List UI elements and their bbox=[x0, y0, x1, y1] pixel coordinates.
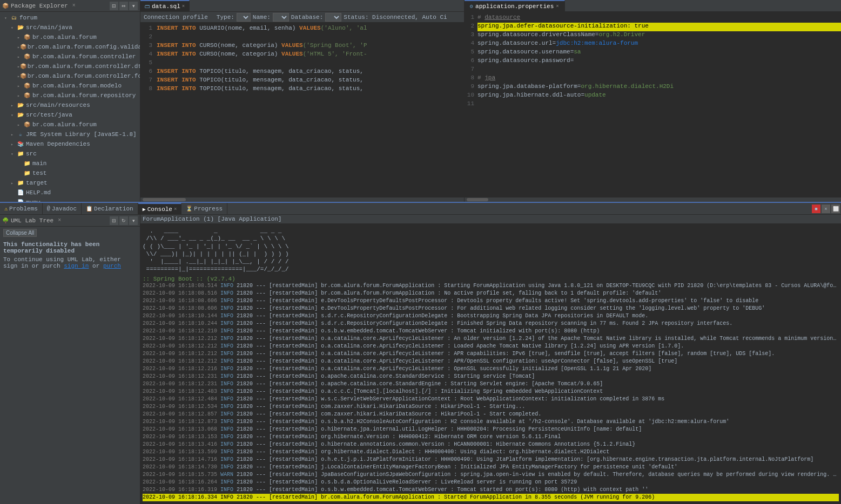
package-icon-3: 📦 bbox=[23, 52, 31, 61]
prop-line-10: 10 spring.jpa.hibernate.ddl-auto=update bbox=[465, 92, 841, 100]
prop-line-9: 9 spring.jpa.database-platform=org.hiber… bbox=[465, 83, 841, 92]
type-label: Type: bbox=[217, 14, 234, 21]
tree-item-jre[interactable]: ▸ ☕ JRE System Library [JavaSE-1.8] bbox=[0, 130, 140, 139]
progress-icon: ⏳ bbox=[186, 206, 192, 212]
log-line: 2022-10-09 16:18:10.244 INFO 21820 --- [… bbox=[143, 320, 839, 328]
tree-item-src-folder[interactable]: ▾ 📁 src bbox=[0, 149, 140, 159]
tree-item-help[interactable]: 📄 HELP.md bbox=[0, 188, 140, 197]
connection-profile-label: Connection profile bbox=[144, 14, 208, 21]
terminate-btn[interactable]: ■ bbox=[812, 205, 820, 213]
collapse-all-btn[interactable]: ⊟ bbox=[110, 2, 118, 10]
tree-item-mvnw[interactable]: 📄 mvnw bbox=[0, 197, 140, 202]
src-test-icon: 📂 bbox=[16, 111, 25, 119]
uml-header: 🌳 UML Lab Tree × ⊟ ↻ ▾ bbox=[0, 215, 140, 227]
uml-btn1[interactable]: ⊟ bbox=[110, 216, 118, 225]
uml-title: 🌳 UML Lab Tree × bbox=[2, 217, 61, 224]
prop-line-5: 5 spring.datasource.username=sa bbox=[465, 49, 841, 57]
tree-item-test-folder[interactable]: 📁 test bbox=[0, 168, 140, 178]
sql-tab-label: data.sql bbox=[152, 3, 180, 10]
tree-item-pkg7[interactable]: ▸ 📦 br.com.alura.forum.repository bbox=[0, 91, 140, 100]
tab-console[interactable]: ▶ Console × bbox=[138, 203, 182, 214]
code-line-4: 4 INSERT INTO CURSO(nome, categoria) VAL… bbox=[140, 51, 464, 59]
console-icon: ▶ bbox=[143, 206, 146, 213]
spring-banner: . ____ _ __ _ _ /\\ / ___'_ __ _ _(_)_ _… bbox=[143, 225, 839, 276]
name-label: Name: bbox=[253, 14, 271, 21]
tree-item-pkg2[interactable]: ▸ 📦 br.com.alura.forum.config.validacao bbox=[0, 42, 140, 52]
uml-collapse-btn[interactable]: Collapse All bbox=[3, 229, 37, 237]
props-tab-bar: ⚙ application.properties × bbox=[465, 0, 841, 12]
tab-progress[interactable]: ⏳ Progress bbox=[181, 203, 227, 214]
tab-declaration[interactable]: 📋 Declaration bbox=[82, 203, 138, 214]
prop-line-7: 7 bbox=[465, 66, 841, 74]
maximize-console-btn[interactable]: ⬜ bbox=[831, 205, 840, 213]
tab-problems[interactable]: ⚠ Problems bbox=[0, 203, 43, 214]
log-line: 2022-10-09 16:18:10.144 INFO 21820 --- [… bbox=[143, 312, 839, 320]
sql-tab-close[interactable]: × bbox=[182, 4, 185, 9]
close-console-btn[interactable]: × bbox=[822, 205, 830, 213]
tree-item-maven[interactable]: ▸ 📚 Maven Dependencies bbox=[0, 139, 140, 149]
tree-item-pkg-test[interactable]: ▸ 📦 br.com.alura.forum bbox=[0, 120, 140, 130]
package-icon-6: 📦 bbox=[23, 81, 31, 90]
package-explorer-close[interactable]: × bbox=[72, 3, 76, 9]
test-folder-icon: 📁 bbox=[23, 169, 31, 178]
database-select[interactable] bbox=[325, 13, 341, 22]
src-folder-plain-icon: 📁 bbox=[16, 149, 25, 158]
tree-item-forum[interactable]: ▾ 🗂 forum bbox=[0, 13, 140, 23]
log-line: 2022-10-09 16:18:12.210 INFO 21820 --- [… bbox=[143, 328, 839, 335]
console-tab-close[interactable]: × bbox=[174, 207, 177, 212]
tree-item-pkg6[interactable]: ▸ 📦 br.com.alura.forum.modelo bbox=[0, 81, 140, 91]
package-icon-test: 📦 bbox=[23, 120, 31, 129]
props-code-editor[interactable]: 1 # datasource 2 spring.jpa.defer-dataso… bbox=[465, 12, 841, 197]
prop-line-6: 6 spring.datasource.password= bbox=[465, 57, 841, 66]
props-tab-close[interactable]: × bbox=[556, 4, 559, 9]
tree-item-src-test[interactable]: ▾ 📂 src/test/java bbox=[0, 110, 140, 120]
package-explorer-panel: 📦 Package Explorer × ⊟ ⇔ ▾ ▾ 🗂 forum bbox=[0, 0, 140, 202]
props-scrollbar[interactable] bbox=[465, 197, 841, 202]
log-line: 2022-10-09 16:18:12.857 INFO 21820 --- [… bbox=[143, 411, 839, 418]
target-icon: 📁 bbox=[16, 179, 25, 187]
name-select[interactable] bbox=[273, 13, 289, 22]
tree-item-pkg5[interactable]: ▸ 📦 br.com.alura.forum.controller.form bbox=[0, 71, 140, 81]
log-line: 2022-10-09 16:18:12.231 INFO 21820 --- [… bbox=[143, 380, 839, 388]
src-folder-icon: 📂 bbox=[16, 23, 25, 32]
uml-signin-link[interactable]: sign in bbox=[64, 263, 89, 269]
package-icon-7: 📦 bbox=[23, 91, 31, 100]
console-controls: ■ × ⬜ bbox=[811, 203, 841, 214]
code-line-1: 1 INSERT INTO USUARIO(nome, email, senha… bbox=[140, 25, 464, 33]
uml-panel: 🌳 UML Lab Tree × ⊟ ↻ ▾ Collapse All This… bbox=[0, 215, 140, 504]
log-line: 2022-10-09 16:18:13.416 INFO 21820 --- [… bbox=[143, 441, 839, 448]
sql-scrollbar[interactable] bbox=[140, 197, 464, 202]
package-icon-2: 📦 bbox=[20, 43, 26, 51]
tree-item-pkg3[interactable]: ▸ 📦 br.com.alura.forum.controller bbox=[0, 52, 140, 62]
uml-purchase-link[interactable]: purch bbox=[103, 263, 121, 269]
sql-code-editor[interactable]: 1 INSERT INTO USUARIO(nome, email, senha… bbox=[140, 23, 464, 197]
app-title-line: ForumApplication (1) [Java Application] bbox=[140, 215, 841, 224]
log-line: 2022-10-09 16:18:16.264 INFO 21820 --- [… bbox=[143, 479, 839, 486]
uml-close[interactable]: × bbox=[58, 217, 61, 223]
props-tab-label: application.properties bbox=[475, 3, 554, 10]
tree-item-pkg4[interactable]: ▸ 📦 br.com.alura.forum.controller.dto bbox=[0, 62, 140, 71]
log-line: 2022-10-09 16:18:12.212 INFO 21820 --- [… bbox=[143, 350, 839, 358]
console-output[interactable]: . ____ _ __ _ _ /\\ / ___'_ __ _ _(_)_ _… bbox=[140, 224, 841, 504]
uml-btn3[interactable]: ▾ bbox=[129, 216, 138, 225]
tree-item-main-folder[interactable]: 📁 main bbox=[0, 159, 140, 168]
javadoc-icon: @ bbox=[47, 206, 50, 212]
props-tab[interactable]: ⚙ application.properties × bbox=[465, 0, 565, 11]
uml-btn2[interactable]: ↻ bbox=[119, 216, 128, 225]
uml-disabled-title: This functionality has been temporarily … bbox=[3, 241, 137, 254]
tab-javadoc[interactable]: @ Javadoc bbox=[43, 203, 82, 214]
package-tree: ▾ 🗂 forum ▾ 📂 src/main/java ▸ 📦 br.com.a… bbox=[0, 12, 140, 202]
bottom-panels: ⚠ Problems @ Javadoc 📋 Declaration ▶ Con… bbox=[0, 202, 841, 504]
tree-item-src-main-res[interactable]: ▸ 📂 src/main/resources bbox=[0, 100, 140, 110]
package-explorer-title: 📦 Package Explorer × bbox=[2, 3, 76, 9]
tree-item-pkg1[interactable]: ▸ 📦 br.com.alura.forum bbox=[0, 32, 140, 42]
sql-tab[interactable]: 🗃 data.sql × bbox=[140, 0, 190, 11]
tree-item-src-main-java[interactable]: ▾ 📂 src/main/java bbox=[0, 23, 140, 32]
package-explorer-label: Package Explorer bbox=[11, 3, 68, 9]
log-line: 2022-10-09 16:18:16.319 INFO 21820 --- [… bbox=[143, 486, 839, 494]
tree-item-target[interactable]: ▸ 📁 target bbox=[0, 178, 140, 188]
link-editor-btn[interactable]: ⇔ bbox=[119, 2, 128, 10]
type-select[interactable] bbox=[237, 13, 251, 22]
sql-toolbar: Connection profile Type: Name: Database:… bbox=[140, 12, 464, 23]
view-menu-btn[interactable]: ▾ bbox=[129, 2, 138, 10]
